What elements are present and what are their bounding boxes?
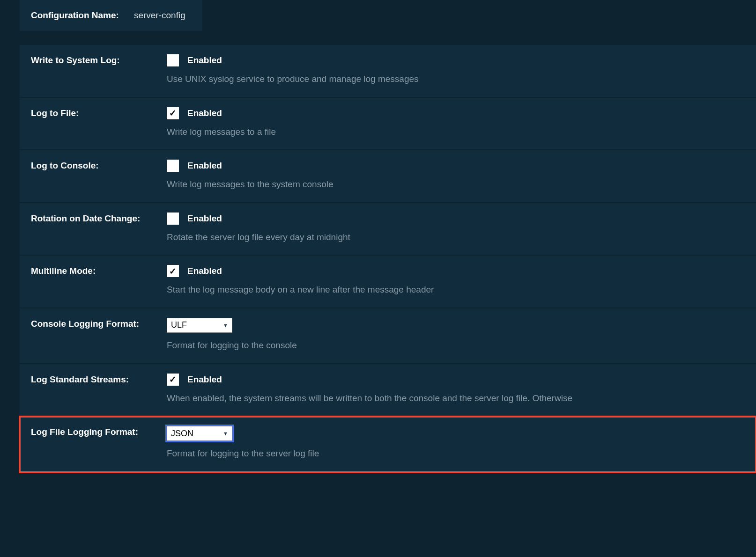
enabled-label: Enabled <box>187 374 222 385</box>
multiline-row: Multiline Mode: ✓ Enabled Start the log … <box>20 256 756 308</box>
write-to-syslog-label: Write to System Log: <box>31 54 167 66</box>
log-to-file-desc: Write log messages to a file <box>167 126 745 139</box>
rotation-label: Rotation on Date Change: <box>31 213 167 224</box>
enabled-label: Enabled <box>187 161 222 171</box>
enabled-label: Enabled <box>187 266 222 276</box>
chevron-down-icon: ▼ <box>223 322 228 328</box>
log-to-console-checkbox[interactable] <box>167 160 179 172</box>
write-to-syslog-checkbox[interactable] <box>167 54 179 66</box>
multiline-label: Multiline Mode: <box>31 265 167 276</box>
write-to-syslog-row: Write to System Log: Enabled Use UNIX sy… <box>20 45 756 98</box>
console-format-row: Console Logging Format: ULF ▼ Format for… <box>20 308 756 364</box>
log-to-console-label: Log to Console: <box>31 160 167 171</box>
log-to-file-label: Log to File: <box>31 107 167 118</box>
chevron-down-icon: ▼ <box>223 431 228 436</box>
std-streams-checkbox[interactable]: ✓ <box>167 374 179 386</box>
config-name-value: server-config <box>134 10 185 21</box>
logfile-format-select[interactable]: JSON ▼ <box>167 426 232 441</box>
write-to-syslog-desc: Use UNIX syslog service to produce and m… <box>167 73 745 86</box>
console-format-value: ULF <box>171 320 187 330</box>
std-streams-desc: When enabled, the system streams will be… <box>167 392 745 405</box>
log-to-file-row: Log to File: ✓ Enabled Write log message… <box>20 98 756 151</box>
logfile-format-row: Log File Logging Format: JSON ▼ Format f… <box>20 417 756 472</box>
config-name-label: Configuration Name: <box>31 10 119 21</box>
console-format-desc: Format for logging to the console <box>167 339 745 352</box>
logfile-format-value: JSON <box>171 429 193 439</box>
multiline-desc: Start the log message body on a new line… <box>167 284 745 296</box>
rotation-checkbox[interactable] <box>167 213 179 225</box>
console-format-label: Console Logging Format: <box>31 318 167 329</box>
console-format-select[interactable]: ULF ▼ <box>167 318 232 333</box>
enabled-label: Enabled <box>187 213 222 224</box>
log-to-console-row: Log to Console: Enabled Write log messag… <box>20 150 756 203</box>
log-to-console-desc: Write log messages to the system console <box>167 178 745 191</box>
std-streams-label: Log Standard Streams: <box>31 374 167 385</box>
enabled-label: Enabled <box>187 55 222 66</box>
rotation-row: Rotation on Date Change: Enabled Rotate … <box>20 203 756 256</box>
multiline-checkbox[interactable]: ✓ <box>167 265 179 277</box>
logfile-format-desc: Format for logging to the server log fil… <box>167 447 745 460</box>
logfile-format-label: Log File Logging Format: <box>31 426 167 437</box>
enabled-label: Enabled <box>187 108 222 118</box>
std-streams-row: Log Standard Streams: ✓ Enabled When ena… <box>20 364 756 417</box>
config-name-row: Configuration Name: server-config <box>20 0 202 31</box>
log-to-file-checkbox[interactable]: ✓ <box>167 107 179 119</box>
rotation-desc: Rotate the server log file every day at … <box>167 231 745 244</box>
